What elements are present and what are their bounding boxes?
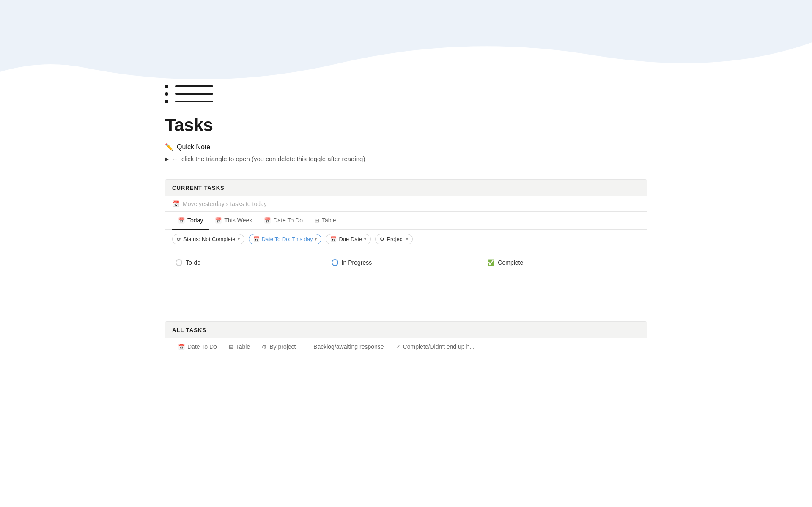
filter-due-chevron: ▾ <box>364 237 366 241</box>
filter-project-chevron: ▾ <box>406 237 408 241</box>
kanban-col-in-progress: In Progress <box>328 256 484 293</box>
all-tasks-tabs: 📅 Date To Do ⊞ Table ⚙ By project ≡ Back… <box>165 338 647 356</box>
quick-note-icon: ✏️ <box>165 143 173 151</box>
filter-status-icon: ⟳ <box>177 236 181 242</box>
toggle-back-icon: ← <box>172 156 178 162</box>
tab-date-to-do-icon: 📅 <box>264 217 271 224</box>
tab-all-table-label: Table <box>236 343 250 350</box>
toggle-arrow-icon: ▶ <box>165 156 169 162</box>
dot-1 <box>165 85 168 88</box>
filter-status-chevron: ▾ <box>238 237 240 241</box>
bullet-row-2 <box>165 92 647 96</box>
tab-all-by-project[interactable]: ⚙ By project <box>256 338 302 356</box>
tab-all-complete-icon: ✓ <box>396 344 401 350</box>
line-1 <box>175 85 213 87</box>
current-tasks-header: CURRENT TASKS <box>165 180 647 196</box>
bullet-list-icon <box>165 0 647 103</box>
line-2 <box>175 93 213 95</box>
bullet-row-1 <box>165 85 647 88</box>
line-3 <box>175 101 213 102</box>
filter-date-label: Date To Do: This day <box>262 236 313 242</box>
search-placeholder-text: Move yesterday's tasks to today <box>183 200 267 207</box>
bullet-row-3 <box>165 100 647 103</box>
tab-this-week-label: This Week <box>224 217 252 224</box>
tab-table-label: Table <box>322 217 336 224</box>
current-tasks-search-bar[interactable]: 📅 Move yesterday's tasks to today <box>165 196 647 212</box>
filter-date-to-do[interactable]: 📅 Date To Do: This day ▾ <box>249 234 322 244</box>
current-tasks-section: CURRENT TASKS 📅 Move yesterday's tasks t… <box>165 179 647 300</box>
current-tasks-title: CURRENT TASKS <box>172 185 225 191</box>
filters-row: ⟳ Status: Not Complete ▾ 📅 Date To Do: T… <box>165 230 647 249</box>
filter-status-label: Status: Not Complete <box>183 236 236 242</box>
tab-all-table[interactable]: ⊞ Table <box>223 338 256 356</box>
all-tasks-section: ALL TASKS 📅 Date To Do ⊞ Table ⚙ By proj… <box>165 321 647 356</box>
filter-status[interactable]: ⟳ Status: Not Complete ▾ <box>172 234 244 244</box>
status-circle-in-progress <box>332 259 338 266</box>
quick-note-label: Quick Note <box>177 143 210 151</box>
kanban-col-complete-header: ✅ Complete <box>487 259 636 266</box>
tab-date-to-do[interactable]: 📅 Date To Do <box>258 212 309 230</box>
status-label-complete: Complete <box>498 259 523 266</box>
tab-all-project-label: By project <box>269 343 296 350</box>
filter-due-date[interactable]: 📅 Due Date ▾ <box>326 234 371 244</box>
tab-all-table-icon: ⊞ <box>229 344 233 350</box>
tab-all-backlog-label: Backlog/awaiting response <box>313 343 384 350</box>
tab-all-backlog[interactable]: ≡ Backlog/awaiting response <box>302 338 390 356</box>
quick-note-row[interactable]: ✏️ Quick Note <box>165 143 647 151</box>
status-circle-todo <box>176 259 182 266</box>
all-tasks-db: ALL TASKS 📅 Date To Do ⊞ Table ⚙ By proj… <box>165 321 647 356</box>
kanban-col-todo: To-do <box>172 256 328 293</box>
tab-today[interactable]: 📅 Today <box>172 212 209 230</box>
filter-project-icon: ⚙ <box>380 236 384 242</box>
toggle-row[interactable]: ▶ ← click the triangle to open (you can … <box>165 155 647 162</box>
tab-all-project-icon: ⚙ <box>262 344 267 350</box>
all-tasks-header: ALL TASKS <box>165 322 647 338</box>
tab-date-to-do-label: Date To Do <box>273 217 303 224</box>
kanban-col-in-progress-header: In Progress <box>332 259 481 266</box>
kanban-area: To-do In Progress ✅ Complete <box>165 249 647 300</box>
status-label-todo: To-do <box>186 259 200 266</box>
toggle-text: click the triangle to open (you can dele… <box>181 155 365 162</box>
tab-all-date-to-do[interactable]: 📅 Date To Do <box>172 338 223 356</box>
tab-all-complete[interactable]: ✓ Complete/Didn't end up h... <box>390 338 480 356</box>
filter-date-icon: 📅 <box>253 236 260 242</box>
filter-due-label: Due Date <box>339 236 362 242</box>
filter-due-icon: 📅 <box>330 236 337 242</box>
calendar-search-icon: 📅 <box>172 200 179 207</box>
dot-3 <box>165 100 168 103</box>
tab-today-icon: 📅 <box>178 217 185 224</box>
all-tasks-title: ALL TASKS <box>172 327 206 333</box>
tab-all-date-icon: 📅 <box>178 344 185 350</box>
filter-project[interactable]: ⚙ Project ▾ <box>375 234 412 244</box>
tab-table-icon: ⊞ <box>315 217 319 224</box>
kanban-col-complete: ✅ Complete <box>484 256 640 293</box>
tab-all-date-label: Date To Do <box>187 343 217 350</box>
current-tasks-tabs: 📅 Today 📅 This Week 📅 Date To Do ⊞ Table <box>165 212 647 230</box>
kanban-col-todo-header: To-do <box>176 259 325 266</box>
status-label-in-progress: In Progress <box>342 259 372 266</box>
filter-date-chevron: ▾ <box>315 237 317 241</box>
tab-today-label: Today <box>187 217 203 224</box>
page-title: Tasks <box>165 115 647 135</box>
tab-this-week[interactable]: 📅 This Week <box>209 212 258 230</box>
tab-table[interactable]: ⊞ Table <box>309 212 342 230</box>
tab-all-backlog-icon: ≡ <box>308 344 311 350</box>
filter-project-label: Project <box>387 236 403 242</box>
tab-this-week-icon: 📅 <box>215 217 222 224</box>
dot-2 <box>165 92 168 96</box>
status-circle-complete: ✅ <box>487 259 494 266</box>
tab-all-complete-label: Complete/Didn't end up h... <box>403 343 475 350</box>
